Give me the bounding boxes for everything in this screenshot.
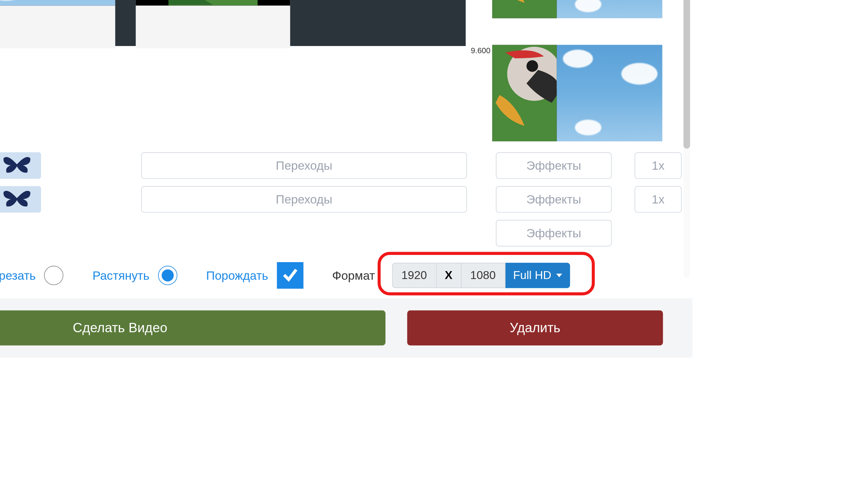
effects-button-bg[interactable]: Эффекты [496,152,611,179]
check-icon [281,265,299,285]
preset-label: Full HD [513,269,551,282]
ruler-tick-label: 9.600 [456,46,490,55]
clip-thumbnail-parrot [136,0,290,5]
vertical-scrollbar[interactable] [683,0,690,278]
svg-point-12 [526,60,538,72]
spawn-label: Порождать [206,269,268,283]
clip-thumbnail-sky [0,0,115,5]
svg-rect-7 [492,0,557,18]
rate-button-main[interactable]: 1x [634,186,682,212]
stretch-label: Растянуть [92,269,149,283]
width-input[interactable] [392,263,437,288]
crop-radio[interactable] [44,266,64,285]
delete-button[interactable]: Удалить [407,310,663,345]
make-video-button[interactable]: Сделать Видео [0,310,385,345]
layer-thumbnail-background[interactable] [0,152,41,179]
preview-thumbnail-1[interactable] [492,0,662,18]
format-label: Формат [332,269,375,283]
butterfly-icon [1,188,33,211]
spawn-checkbox[interactable] [277,262,303,289]
transitions-button-bg[interactable]: Переходы [141,152,467,179]
timeline-strip [0,0,466,46]
crop-label: Обрезать [0,269,36,283]
layers-panel: Фон Переходы Эффекты 1x Основной [0,152,682,253]
dimension-separator: X [437,263,461,288]
options-row: Минималь Обрезать Растянуть Порождать Фо… [0,257,682,294]
butterfly-icon [1,154,33,177]
resolution-preset-dropdown[interactable]: Full HD [505,263,570,288]
chevron-down-icon [556,274,562,277]
clip-card-2[interactable] [136,0,290,49]
preview-thumbnail-2[interactable] [492,45,662,142]
stretch-radio[interactable] [158,266,177,285]
format-group: X Full HD [392,263,570,288]
effects-button-main[interactable]: Эффекты [496,186,611,212]
transitions-button-main[interactable]: Переходы [141,186,467,212]
clip-card-1[interactable] [0,0,115,49]
scrollbar-thumb[interactable] [683,0,690,148]
layer-thumbnail-main[interactable] [0,186,41,212]
bottom-bar: Сделать Видео Удалить [0,298,693,358]
effects-button-global[interactable]: Эффекты [496,220,611,247]
rate-button-bg[interactable]: 1x [634,152,682,179]
height-input[interactable] [461,263,505,288]
